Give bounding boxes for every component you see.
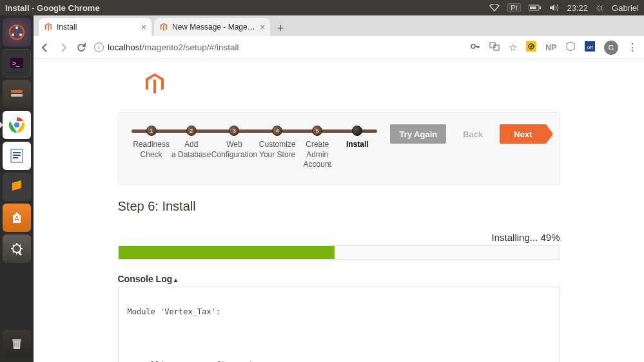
console-log-output[interactable]: Module 'MSP_TwoFactorAuth': Module 'Tema…: [118, 287, 560, 362]
profile-avatar[interactable]: G: [604, 41, 618, 55]
translate-icon[interactable]: [489, 41, 500, 53]
launcher-sublime-text[interactable]: [3, 173, 31, 201]
launcher-chrome[interactable]: [3, 111, 31, 139]
svg-point-3: [598, 6, 602, 10]
tab-close-icon[interactable]: ×: [141, 22, 146, 32]
tab-close-icon[interactable]: ×: [260, 22, 265, 32]
back-button[interactable]: [40, 43, 50, 53]
username-indicator[interactable]: Gabriel: [612, 3, 639, 13]
svg-rect-10: [11, 90, 23, 93]
launcher-terminal[interactable]: >_: [3, 49, 31, 77]
svg-rect-1: [540, 6, 541, 9]
extension-norton-icon[interactable]: [526, 41, 536, 54]
keyboard-layout-indicator[interactable]: Pt: [507, 3, 520, 12]
svg-rect-17: [13, 155, 21, 156]
svg-rect-16: [13, 152, 21, 153]
magento-logo-icon: [146, 73, 644, 97]
step-dot: 4: [272, 126, 282, 136]
bookmark-star-icon[interactable]: ☆: [509, 42, 517, 53]
magento-favicon-icon: [44, 23, 53, 32]
progress-bar: [118, 245, 560, 260]
svg-point-14: [14, 122, 20, 128]
step-6-current: Install: [337, 126, 377, 170]
battery-icon[interactable]: [529, 5, 542, 11]
reload-button[interactable]: [76, 43, 86, 53]
chrome-menu-icon[interactable]: ⋮: [627, 41, 638, 53]
back-button[interactable]: Back: [454, 124, 492, 144]
step-dot: 1: [146, 126, 157, 136]
browser-tab-install[interactable]: Install ×: [39, 18, 151, 36]
step-dot: 2: [186, 126, 197, 136]
ubuntu-menubar: Install - Google Chrome Pt 23:22 Gabriel: [0, 0, 644, 15]
forward-button[interactable]: [58, 43, 68, 53]
launcher-system-settings[interactable]: [3, 234, 31, 263]
install-status: Installing... 49%: [118, 232, 560, 243]
chrome-tabstrip: Install × New Message - Magento F × +: [34, 15, 644, 36]
window-title: Install - Google Chrome: [5, 3, 489, 13]
address-bar[interactable]: i localhost/magento2/setup/#/install: [94, 43, 462, 52]
svg-text:>_: >_: [12, 60, 20, 67]
step-4: 4 CustomizeYour Store: [257, 126, 297, 170]
svg-text:off: off: [587, 44, 594, 50]
url-host: localhost: [108, 43, 142, 52]
step-5: 5 CreateAdmin Account: [297, 126, 337, 170]
tab-title: Install: [57, 23, 137, 32]
svg-rect-22: [12, 339, 21, 341]
ubuntu-launcher: >_ A: [0, 15, 34, 362]
magento-favicon-icon: [159, 23, 168, 32]
progress-fill: [119, 246, 335, 259]
launcher-files[interactable]: [3, 80, 31, 108]
extension-np[interactable]: NP: [545, 43, 556, 52]
next-button[interactable]: Next: [500, 124, 546, 144]
launcher-ubuntu-software[interactable]: A: [3, 204, 31, 232]
wizard-timeline: 1 ReadinessCheck 2 Adda Database 3 WebCo…: [132, 124, 378, 170]
step-2: 2 Adda Database: [171, 126, 211, 170]
svg-point-6: [12, 33, 14, 36]
volume-icon[interactable]: [549, 4, 560, 12]
browser-tab-magento-forum[interactable]: New Message - Magento F ×: [154, 18, 270, 36]
page-content: 1 ReadinessCheck 2 Adda Database 3 WebCo…: [34, 59, 644, 362]
step-dot: [352, 126, 362, 136]
chrome-window: Install × New Message - Magento F × + i …: [34, 15, 644, 362]
site-info-icon[interactable]: i: [94, 43, 104, 52]
system-menu[interactable]: [596, 4, 604, 12]
extension-off-icon[interactable]: off: [585, 41, 595, 54]
extension-cube-icon[interactable]: [565, 41, 576, 54]
svg-rect-11: [11, 94, 23, 97]
step-dot: 3: [229, 126, 239, 136]
svg-text:A: A: [15, 215, 19, 222]
step-title: Step 6: Install: [118, 199, 560, 214]
step-3: 3 WebConfiguration: [211, 126, 257, 170]
svg-point-26: [471, 44, 475, 48]
launcher-dash[interactable]: [3, 18, 31, 46]
launcher-trash[interactable]: [3, 330, 31, 358]
wifi-icon[interactable]: [489, 4, 500, 12]
save-password-icon[interactable]: [470, 41, 480, 53]
try-again-button[interactable]: Try Again: [390, 124, 446, 144]
tab-title: New Message - Magento F: [172, 23, 256, 32]
clock[interactable]: 23:22: [567, 3, 589, 13]
new-tab-button[interactable]: +: [273, 21, 288, 36]
svg-point-7: [19, 33, 22, 36]
chrome-toolbar: i localhost/magento2/setup/#/install ☆ N…: [34, 36, 644, 59]
svg-point-5: [15, 26, 18, 29]
svg-rect-18: [13, 157, 18, 158]
step-1: 1 ReadinessCheck: [132, 126, 171, 170]
launcher-libreoffice-writer[interactable]: [3, 142, 31, 170]
wizard-panel: 1 ReadinessCheck 2 Adda Database 3 WebCo…: [118, 112, 560, 185]
step-dot: 5: [312, 126, 322, 136]
svg-rect-2: [530, 6, 536, 9]
url-path: /magento2/setup/#/install: [142, 43, 239, 52]
console-log-toggle[interactable]: Console Log: [118, 274, 560, 284]
